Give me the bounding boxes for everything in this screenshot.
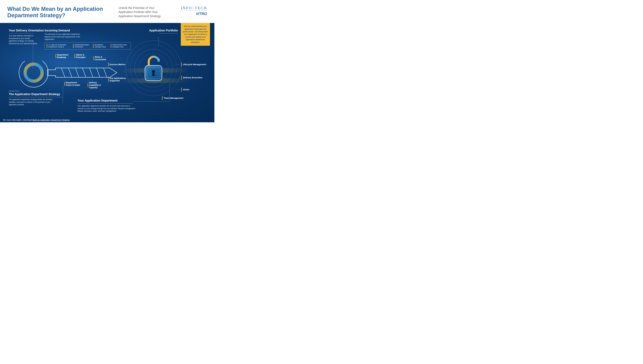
header: What Do We Mean by an Application Depart… bbox=[0, 0, 214, 23]
delivery-orientation-block: Your Delivery Orientation Your ideal del… bbox=[9, 29, 44, 45]
svg-point-1 bbox=[25, 64, 42, 81]
rule bbox=[9, 33, 34, 34]
key-label-success-metrics: Success Metrics bbox=[108, 62, 126, 66]
your-dept-heading: Your Application Department bbox=[78, 99, 136, 102]
label-lifecycle-mgmt: Lifecycle Management bbox=[181, 62, 206, 66]
rule bbox=[159, 33, 178, 34]
rule bbox=[9, 97, 63, 97]
key-label-dept-vision-goals: Department Vision & Goals bbox=[64, 82, 83, 86]
callout-box: Start by understanding your application … bbox=[181, 23, 210, 46]
brand-main-text: INFO~TECH bbox=[180, 6, 207, 10]
key-label-key-apps-supported: Key Applications Supported bbox=[108, 77, 127, 82]
connector-line bbox=[175, 64, 181, 65]
brand-sub-text: R E S E A R C H G R O U P bbox=[180, 10, 207, 11]
footer-link[interactable]: Build an Application Department Strategy bbox=[32, 119, 70, 121]
portfolio-heading: Application Portfolio bbox=[149, 29, 178, 32]
brand-logo: INFO~TECH R E S E A R C H G R O U P #iTR… bbox=[180, 6, 207, 16]
label-vision: Vision bbox=[181, 88, 190, 92]
key-label-values-principles: Values & Principles bbox=[74, 54, 94, 58]
footer-suffix: . bbox=[70, 119, 70, 121]
page-subtitle: Unlock the Potential of Your Application… bbox=[118, 6, 167, 18]
key-label-dept-roadmap: Department Roadmap bbox=[56, 54, 74, 58]
your-key-body: The application department strategy deta… bbox=[9, 98, 56, 106]
label-team-mgmt: Team Management bbox=[162, 96, 184, 100]
your-key-heading: The Application Department Strategy bbox=[9, 92, 63, 96]
page-title: What Do We Mean by an Application Depart… bbox=[7, 6, 110, 18]
footer-prefix: For more information, download bbox=[3, 119, 32, 121]
incoming-sub: The demands on your application departme… bbox=[44, 33, 82, 40]
footer-text: For more information, download Build an … bbox=[3, 119, 70, 121]
demand-item: ORGANIZATIONAL STRATEGY bbox=[73, 44, 90, 48]
incoming-demand-block: Incoming Demand The demands on your appl… bbox=[44, 29, 132, 50]
your-key-block: YOUR KEY: The Application Department Str… bbox=[9, 90, 63, 106]
key-label-delivery-capability: Delivery Capability & Capacity bbox=[88, 82, 105, 89]
incoming-heading: Incoming Demand bbox=[44, 29, 132, 32]
demand-item: IT, LINE OF BUSINESS STRATEGY/ GOALS bbox=[47, 44, 70, 48]
label-delivery-execution: Delivery Execution bbox=[181, 76, 202, 80]
demand-box: IT, LINE OF BUSINESS STRATEGY/ GOALS ORG… bbox=[44, 42, 131, 50]
diagram-canvas: Start by understanding your application … bbox=[0, 23, 214, 122]
your-dept-block: Your Application Department Your applica… bbox=[78, 99, 136, 112]
demand-item: BUSINESS CAPABILITIES bbox=[93, 44, 107, 48]
connector-line bbox=[179, 78, 181, 78]
key-label-risks-constraints: Risks & Constraints bbox=[94, 56, 112, 61]
delivery-heading: Your Delivery Orientation bbox=[9, 29, 44, 32]
application-portfolio-block: Application Portfolio bbox=[149, 29, 178, 35]
divider bbox=[114, 6, 114, 18]
your-dept-body: Your application department provides the… bbox=[78, 105, 136, 112]
brand-hashtag: #iTRG bbox=[180, 12, 207, 16]
lock-icon bbox=[142, 54, 165, 82]
your-key-kicker: YOUR KEY: bbox=[9, 90, 63, 92]
delivery-body: Your ideal delivery orientation is found… bbox=[9, 35, 38, 45]
lock-diagram bbox=[126, 40, 181, 96]
